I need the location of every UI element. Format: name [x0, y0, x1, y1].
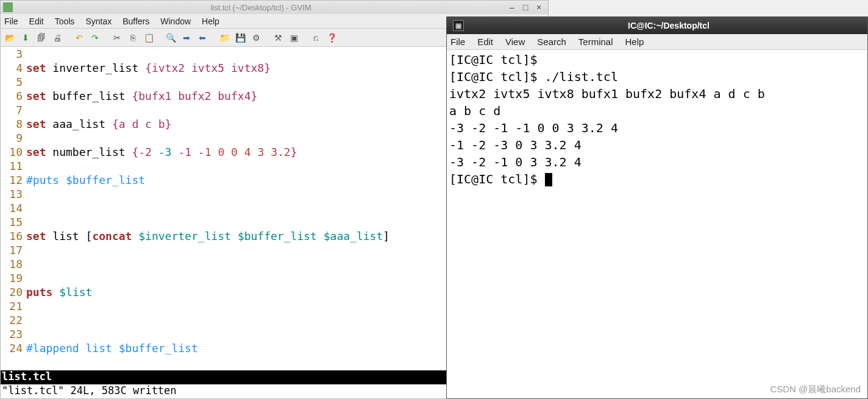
term-line: -3 -2 -1 -1 0 0 3 3.2 4 — [449, 121, 618, 135]
terminal-app-icon: ▣ — [453, 20, 464, 31]
menu-syntax[interactable]: Syntax — [85, 16, 112, 26]
terminal-title: IC@IC:~/Desktop/tcl — [470, 21, 867, 30]
menu-edit[interactable]: Edit — [29, 16, 44, 26]
saveall-icon[interactable]: 🗐 — [35, 31, 48, 44]
status-filename: list.tcl — [2, 370, 522, 384]
copy-icon[interactable]: ⎘ — [126, 31, 140, 44]
terminal-cursor — [545, 173, 552, 186]
next-icon[interactable]: ➡ — [180, 31, 193, 44]
menu-buffers[interactable]: Buffers — [123, 16, 149, 26]
shell-icon[interactable]: ▣ — [287, 31, 301, 44]
redo-icon[interactable]: ↷ — [88, 31, 102, 44]
tag-icon[interactable]: ⎌ — [309, 31, 322, 44]
session-save-icon[interactable]: 💾 — [233, 31, 247, 44]
menu-window[interactable]: Window — [160, 16, 191, 26]
term-menu-file[interactable]: File — [450, 37, 465, 47]
gvim-title: list.tcl (~/Desktop/tcl) - GVIM — [16, 3, 505, 12]
term-menu-help[interactable]: Help — [625, 37, 644, 47]
term-line: [IC@IC tcl]$ — [449, 52, 545, 67]
term-line: -1 -2 -3 0 3 3.2 4 — [449, 138, 582, 152]
term-menu-search[interactable]: Search — [537, 37, 566, 47]
prev-icon[interactable]: ⬅ — [196, 31, 209, 44]
paste-icon[interactable]: 📋 — [142, 31, 155, 44]
menu-tools[interactable]: Tools — [55, 16, 75, 26]
menu-file[interactable]: File — [4, 16, 18, 26]
help-icon[interactable]: ❓ — [325, 31, 338, 44]
watermark: CSDN @晨曦backend — [770, 384, 861, 395]
term-line: a b c d — [449, 104, 500, 118]
minimize-icon[interactable]: – — [505, 2, 519, 12]
term-line: [IC@IC tcl]$ — [449, 172, 545, 186]
term-menu-terminal[interactable]: Terminal — [578, 37, 613, 47]
terminal-menubar: File Edit View Search Terminal Help — [447, 34, 867, 50]
maximize-icon[interactable]: □ — [519, 2, 532, 12]
print-icon[interactable]: 🖨 — [51, 31, 64, 44]
make-icon[interactable]: ⚒ — [271, 31, 285, 44]
term-line: [IC@IC tcl]$ ./list.tcl — [449, 69, 618, 84]
settings-icon[interactable]: ⚙ — [249, 31, 263, 44]
terminal-window: ▣ IC@IC:~/Desktop/tcl File Edit View Sea… — [446, 16, 868, 399]
open-icon[interactable]: 📂 — [3, 31, 16, 44]
line-number-gutter: 3456789101112131415161718192021222324 — [1, 47, 26, 370]
term-line: ivtx2 ivtx5 ivtx8 bufx1 bufx2 bufx4 a d … — [449, 87, 765, 101]
term-line: -3 -2 -1 0 3 3.2 4 — [449, 155, 582, 169]
close-icon[interactable]: × — [532, 2, 546, 12]
gvim-titlebar: list.tcl (~/Desktop/tcl) - GVIM – □ × — [1, 1, 548, 14]
terminal-titlebar: ▣ IC@IC:~/Desktop/tcl — [447, 17, 867, 34]
term-menu-view[interactable]: View — [505, 37, 525, 47]
find-icon[interactable]: 🔍 — [164, 31, 177, 44]
cut-icon[interactable]: ✂ — [110, 31, 124, 44]
gvim-app-icon — [3, 2, 13, 12]
menu-help[interactable]: Help — [202, 16, 219, 26]
save-icon[interactable]: ⬇ — [19, 31, 32, 44]
undo-icon[interactable]: ↶ — [73, 31, 86, 44]
terminal-body[interactable]: [IC@IC tcl]$ [IC@IC tcl]$ ./list.tcl ivt… — [447, 50, 867, 398]
session-load-icon[interactable]: 📁 — [218, 31, 231, 44]
term-menu-edit[interactable]: Edit — [477, 37, 493, 47]
